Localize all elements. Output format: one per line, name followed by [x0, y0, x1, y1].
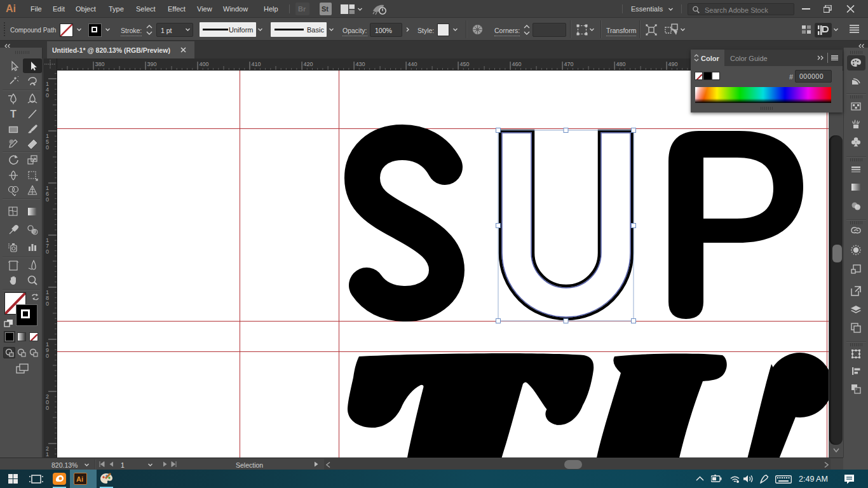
svg-text:470: 470 [564, 61, 574, 67]
svg-text:490: 490 [668, 61, 678, 67]
svg-text:480: 480 [616, 61, 626, 67]
svg-text:0: 0 [46, 301, 49, 307]
svg-text:380: 380 [95, 61, 105, 67]
svg-text:420: 420 [304, 61, 313, 67]
svg-text:0: 0 [46, 144, 49, 151]
svg-text:450: 450 [460, 61, 470, 67]
svg-text:0: 0 [46, 92, 49, 98]
svg-text:430: 430 [356, 61, 365, 67]
svg-text:390: 390 [147, 61, 157, 67]
svg-text:410: 410 [252, 61, 261, 67]
svg-text:0: 0 [46, 353, 49, 359]
svg-text:T: T [10, 109, 17, 119]
svg-text:0: 0 [46, 196, 49, 203]
svg-text:460: 460 [512, 61, 522, 67]
svg-text:0: 0 [46, 248, 49, 255]
svg-text:400: 400 [200, 61, 209, 67]
svg-text:440: 440 [408, 61, 417, 67]
svg-text:0: 0 [46, 405, 49, 411]
